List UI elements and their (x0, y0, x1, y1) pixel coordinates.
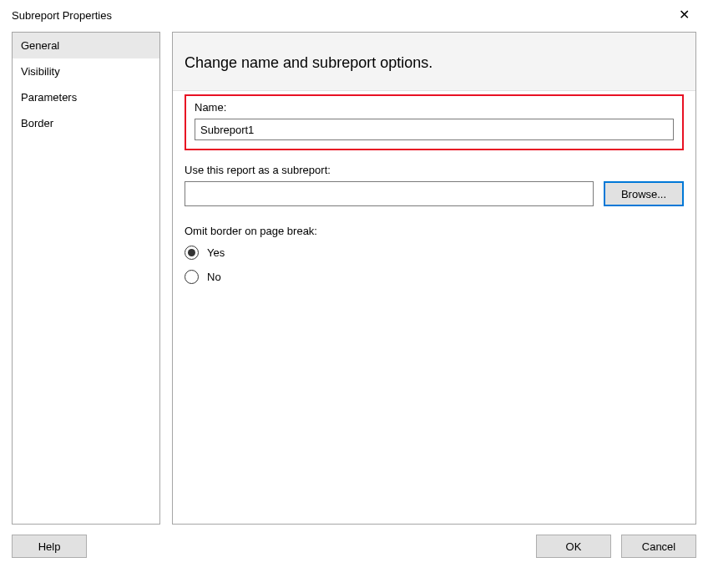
button-bar: Help OK Cancel (0, 525, 708, 558)
radio-yes[interactable]: Yes (185, 246, 684, 260)
radio-label: Yes (207, 246, 225, 259)
name-input[interactable] (195, 119, 674, 140)
window-title: Subreport Properties (12, 9, 112, 22)
main-area: General Visibility Parameters Border Cha… (0, 32, 708, 525)
sidebar-item-label: Visibility (21, 65, 60, 78)
help-button[interactable]: Help (12, 535, 87, 558)
radio-icon (185, 270, 199, 284)
sidebar-item-border[interactable]: Border (13, 110, 159, 136)
subreport-row: Browse... (185, 181, 684, 206)
omit-border-label: Omit border on page break: (185, 225, 684, 237)
content-body: Name: Use this report as a subreport: Br… (173, 91, 695, 297)
sidebar-item-label: Border (21, 117, 53, 129)
titlebar: Subreport Properties ✕ (0, 0, 708, 32)
sidebar-item-label: Parameters (21, 91, 77, 104)
sidebar: General Visibility Parameters Border (12, 32, 160, 525)
radio-icon (185, 246, 199, 260)
ok-button[interactable]: OK (536, 535, 611, 558)
sidebar-item-label: General (21, 39, 59, 52)
content-panel: Change name and subreport options. Name:… (172, 32, 696, 525)
omit-border-radio-group: Yes No (185, 246, 684, 284)
subreport-input[interactable] (185, 181, 594, 206)
content-header: Change name and subreport options. (173, 33, 695, 91)
sidebar-item-visibility[interactable]: Visibility (13, 58, 159, 84)
browse-button[interactable]: Browse... (604, 181, 684, 206)
right-buttons: OK Cancel (536, 535, 696, 558)
name-label: Name: (195, 101, 674, 114)
sidebar-item-general[interactable]: General (13, 33, 159, 58)
radio-no[interactable]: No (185, 270, 684, 284)
name-section-highlight: Name: (185, 94, 684, 150)
cancel-button[interactable]: Cancel (621, 535, 696, 558)
sidebar-item-parameters[interactable]: Parameters (13, 84, 159, 110)
radio-label: No (207, 271, 221, 283)
subreport-label: Use this report as a subreport: (185, 164, 684, 176)
close-icon[interactable]: ✕ (672, 7, 696, 23)
